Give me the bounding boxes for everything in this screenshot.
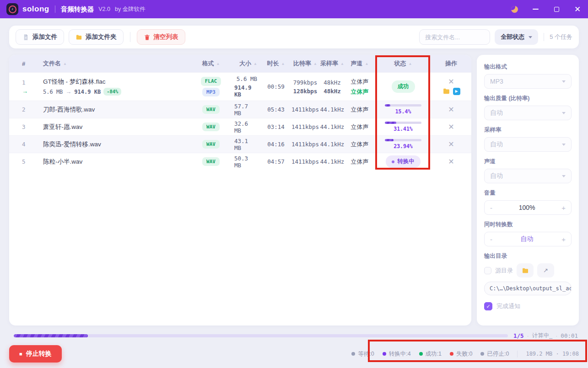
samplerate-out-value: 48kHz (324, 88, 341, 95)
cell-filename: 陈粒-小半.wav (43, 158, 188, 166)
add-folder-label: 添加文件夹 (86, 33, 117, 41)
remove-row-button[interactable]: ✕ (448, 141, 454, 148)
col-channels[interactable]: 声道▲ (344, 59, 375, 68)
bitrate-line: 1411kbps (290, 141, 320, 148)
size-out-line: 914.9 KB (234, 84, 262, 98)
status-line: 转换中 (375, 155, 431, 168)
bitrate-value: 1411kbps (291, 106, 319, 113)
samplerate-line: 44.1kHz (320, 106, 344, 113)
browse-folder-button[interactable] (517, 263, 534, 277)
remove-row-button[interactable]: ✕ (448, 78, 454, 85)
status-stat: 成功:1 (419, 350, 442, 358)
add-folder-button[interactable]: 添加文件夹 (69, 29, 124, 45)
dot-separator: · (556, 333, 557, 339)
theme-toggle-button[interactable] (510, 5, 518, 13)
actions-line: ✕ (431, 78, 471, 85)
col-name[interactable]: 文件名▲ (43, 59, 188, 68)
open-output-folder-button[interactable] (442, 87, 450, 95)
cell-bitrate: 1411kbps (290, 106, 320, 113)
cell-index: 5 (9, 158, 43, 165)
row-index: 2 (22, 106, 43, 113)
cell-channels: 立体声立体声 (344, 78, 375, 96)
table-row[interactable]: 5陈粒-小半.wavWAV50.3 MB04:571411kbps44.1kHz… (9, 153, 471, 170)
cell-duration: 00:59 (262, 83, 290, 90)
size-line: 50.3 MB (234, 155, 262, 169)
channels-select[interactable]: 自动 (484, 169, 572, 183)
toolbar: 添加文件 添加文件夹 清空列表 全部状态 5 个任务 (9, 26, 579, 48)
cell-index: 4 (9, 141, 43, 148)
bitrate-line: 799kbps (290, 79, 320, 86)
cell-size: 50.3 MB (234, 155, 262, 169)
col-format[interactable]: 格式▲ (188, 59, 234, 68)
close-button[interactable]: ✕ (573, 5, 582, 13)
volume-minus-button[interactable]: - (490, 204, 492, 212)
stop-convert-button[interactable]: ■ 停止转换 (9, 345, 62, 363)
status-filter-dropdown[interactable]: 全部状态 (495, 29, 538, 45)
duration-line: 05:43 (262, 106, 290, 113)
cell-filename: GT怪物 - 梦幻森林.flac5.6 MB→914.9 KB-84% (43, 78, 188, 96)
format-line: WAV (188, 123, 234, 131)
table-row[interactable]: 1→GT怪物 - 梦幻森林.flac5.6 MB→914.9 KB-84%FLA… (9, 72, 471, 101)
volume-plus-button[interactable]: + (561, 204, 566, 212)
source-dir-checkbox[interactable] (484, 267, 491, 274)
notify-checkbox[interactable]: ✓ (484, 302, 492, 310)
global-progress-text: 1/5 · 计算中_ · 00:01 (513, 332, 578, 340)
app-title: 音频转换器 (61, 5, 94, 14)
maximize-icon (554, 7, 559, 12)
cell-channels: 立体声 (344, 123, 375, 131)
col-duration[interactable]: 时长▲ (262, 59, 290, 68)
totals-text: 189.2 MB · 19:08 (526, 351, 579, 357)
col-samplerate[interactable]: 采样率▲ (320, 59, 344, 68)
remove-row-button[interactable]: ✕ (448, 158, 454, 165)
row-progress-bar (385, 104, 421, 107)
minimize-button[interactable] (531, 5, 539, 13)
status-filter-label: 全部状态 (501, 33, 524, 41)
status-stat: 转换中:4 (383, 350, 411, 358)
clear-list-button[interactable]: 清空列表 (137, 29, 185, 45)
concurrent-label: 同时转换数 (484, 221, 572, 229)
folder-icon (442, 87, 450, 95)
quality-select[interactable]: 自动 (484, 106, 572, 120)
col-bitrate[interactable]: 比特率▲ (290, 59, 320, 68)
remove-row-button[interactable]: ✕ (448, 106, 454, 113)
col-size[interactable]: 大小▲ (234, 59, 262, 68)
table-row[interactable]: 2刀郎-西海情歌.wavWAV57.7 MB05:431411kbps44.1k… (9, 101, 471, 118)
status-dot-icon (419, 352, 423, 356)
samplerate-select[interactable]: 自动 (484, 137, 572, 152)
format-line: FLAC (188, 77, 234, 85)
format-badge: FLAC (201, 77, 221, 85)
channels-out-value: 立体声 (351, 88, 369, 96)
filename: 陈粒-小半.wav (43, 158, 188, 166)
moon-icon (511, 6, 518, 13)
table-row[interactable]: 3萧亚轩-愿.wavWAV32.6 MB03:141411kbps44.1kHz… (9, 118, 471, 135)
open-dir-button[interactable]: ↗ (537, 263, 554, 277)
output-path-field[interactable]: C:\…\Desktop\output_sl_ac (484, 282, 572, 295)
cell-status: 23.94% (375, 139, 431, 149)
bitrate-value: 799kbps (293, 79, 318, 86)
status-stat: 已停止:0 (480, 350, 509, 358)
table-row[interactable]: 4陈奕迅-爱情转移.wavWAV43.1 MB04:161411kbps44.1… (9, 135, 471, 153)
table-header: # 文件名▲ 格式▲ 大小▲ 时长▲ 比特率▲ 采样率▲ 声道▲ 状态▲ 操作 (9, 55, 471, 72)
search-input[interactable] (419, 29, 490, 45)
cell-bitrate: 1411kbps (290, 123, 320, 130)
cell-status: 成功 (375, 80, 431, 93)
output-format-value: MP3 (490, 78, 503, 85)
row-progress-percent: 15.4% (375, 108, 431, 115)
bitrate-line: 1411kbps (290, 123, 320, 130)
remove-row-button[interactable]: ✕ (448, 123, 454, 131)
concurrent-minus-button[interactable]: - (490, 235, 492, 243)
maximize-button[interactable] (552, 5, 561, 13)
duration-value: 00:59 (267, 83, 285, 90)
cell-duration: 05:43 (262, 106, 290, 113)
cell-status: 31.41% (375, 122, 431, 132)
play-output-button[interactable]: ▶ (453, 88, 460, 95)
row-progress-bar (385, 139, 421, 141)
cell-channels: 立体声 (344, 106, 375, 114)
channels-line: 立体声 (344, 106, 375, 114)
col-status[interactable]: 状态▲ (375, 59, 431, 68)
add-file-button[interactable]: 添加文件 (16, 29, 64, 45)
status-stat-label: 成功:1 (426, 350, 442, 358)
concurrent-plus-button[interactable]: + (561, 235, 566, 243)
cell-format: WAV (188, 157, 234, 166)
output-format-select[interactable]: MP3 (484, 74, 572, 89)
